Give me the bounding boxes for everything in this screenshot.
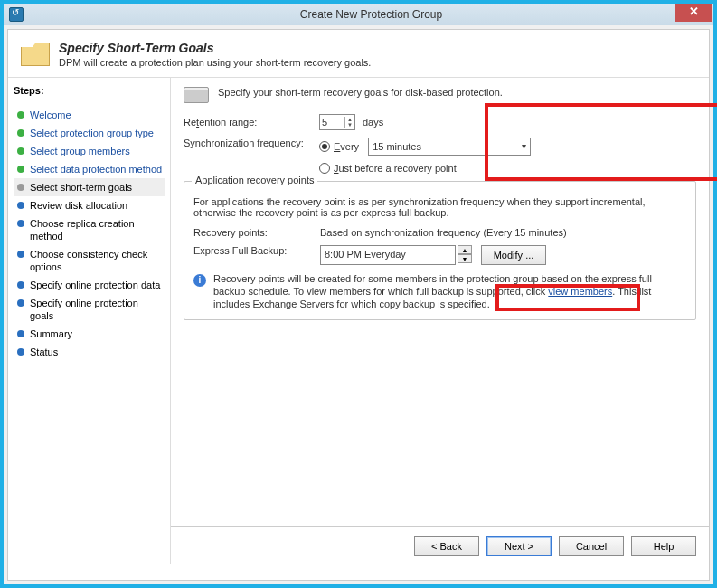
express-listbox[interactable]: 8:00 PM Everyday [320, 245, 456, 265]
bullet-icon [17, 348, 24, 356]
wizard-window: Create New Protection Group ✕ Specify Sh… [0, 0, 717, 588]
check-icon [17, 147, 24, 155]
next-button[interactable]: Next > [486, 536, 552, 556]
step-online-data: Specify online protection data [14, 276, 165, 294]
step-replica-method: Choose replica creation method [14, 214, 165, 245]
modify-button[interactable]: Modify ... [481, 245, 546, 265]
express-label: Express Full Backup: [193, 245, 320, 256]
express-value: 8:00 PM Everyday [325, 249, 406, 260]
info-text: Recovery points will be created for some… [213, 272, 686, 310]
app-icon [9, 7, 24, 22]
help-button[interactable]: Help [631, 536, 696, 556]
bullet-icon [17, 330, 24, 337]
page-subtitle: DPM will create a protection plan using … [59, 57, 371, 68]
sync-just-before-label: Just before a recovery point [334, 163, 457, 174]
step-label: Specify online protection goals [30, 297, 163, 322]
step-status: Status [14, 343, 165, 361]
step-label: Summary [30, 327, 72, 340]
steps-heading: Steps: [14, 85, 165, 100]
sync-every-label: Every [334, 141, 359, 152]
page-title: Specify Short-Term Goals [59, 41, 371, 55]
close-button[interactable]: ✕ [675, 4, 712, 22]
scroll-down-icon[interactable]: ▼ [458, 254, 472, 263]
retention-value: 5 [322, 117, 327, 128]
step-link[interactable]: Select data protection method [30, 163, 162, 175]
group-legend: Application recovery points [192, 175, 317, 185]
folder-icon [21, 41, 50, 66]
step-label: Status [30, 346, 58, 358]
step-label: Specify online protection data [30, 279, 160, 291]
step-summary: Summary [14, 325, 165, 343]
step-label: Review disk allocation [30, 199, 127, 212]
info-icon: i [193, 274, 206, 287]
retention-unit: days [363, 117, 383, 128]
step-label: Select short-term goals [30, 181, 132, 194]
retention-spinner[interactable]: 5 ▲▼ [319, 114, 355, 130]
bullet-icon [17, 281, 24, 289]
view-members-link[interactable]: view members [548, 286, 612, 297]
bullet-icon [17, 220, 24, 227]
step-label: Choose consistency check options [30, 248, 163, 273]
bullet-icon [17, 184, 24, 191]
bullet-icon [17, 202, 24, 209]
step-group-type[interactable]: Select protection group type [14, 124, 165, 142]
sync-interval-value: 15 minutes [373, 141, 421, 152]
chevron-down-icon: ▾ [522, 141, 526, 151]
intro-text: Specify your short-term recovery goals f… [218, 87, 503, 98]
step-link[interactable]: Select protection group type [30, 127, 154, 139]
steps-pane: Steps: Welcome Select protection group t… [8, 78, 171, 564]
spinner-arrows-icon[interactable]: ▲▼ [344, 117, 353, 128]
sync-interval-combo[interactable]: 15 minutes ▾ [368, 138, 531, 156]
check-icon [17, 129, 24, 137]
recovery-points-group: Application recovery points For applicat… [184, 181, 696, 320]
step-protection-method[interactable]: Select data protection method [14, 160, 165, 178]
group-description: For applications the recovery point is a… [193, 196, 686, 218]
main-pane: Specify your short-term recovery goals f… [171, 78, 709, 564]
sync-just-before-radio[interactable] [319, 163, 330, 174]
check-icon [17, 166, 24, 173]
content-area: Specify Short-Term Goals DPM will create… [7, 29, 710, 581]
bullet-icon [17, 299, 24, 307]
disk-icon [184, 87, 209, 103]
bullet-icon [17, 251, 24, 258]
scroll-up-icon[interactable]: ▲ [458, 245, 472, 254]
step-online-goals: Specify online protection goals [14, 294, 165, 325]
sync-every-radio[interactable] [319, 141, 330, 152]
step-link[interactable]: Select group members [30, 145, 130, 157]
express-scroll[interactable]: ▲ ▼ [458, 245, 472, 263]
check-icon [17, 111, 24, 119]
step-welcome[interactable]: Welcome [14, 106, 165, 124]
button-bar: < Back Next > Cancel Help [171, 526, 709, 564]
title-bar: Create New Protection Group ✕ [4, 4, 713, 25]
back-button[interactable]: < Back [414, 536, 479, 556]
cancel-button[interactable]: Cancel [559, 536, 624, 556]
step-consistency-check: Choose consistency check options [14, 245, 165, 276]
step-link[interactable]: Welcome [30, 109, 71, 121]
step-disk-allocation: Review disk allocation [14, 196, 165, 214]
step-short-term-goals: Select short-term goals [14, 178, 165, 196]
recovery-points-label: Recovery points: [193, 227, 320, 238]
recovery-points-value: Based on synchronization frequency (Ever… [320, 227, 567, 238]
sync-label: Synchronization frequency: [184, 138, 310, 148]
retention-label: Retention range: [184, 117, 310, 128]
header: Specify Short-Term Goals DPM will create… [8, 30, 709, 78]
step-group-members[interactable]: Select group members [14, 142, 165, 160]
window-title: Create New Protection Group [29, 8, 713, 21]
step-label: Choose replica creation method [30, 217, 163, 242]
